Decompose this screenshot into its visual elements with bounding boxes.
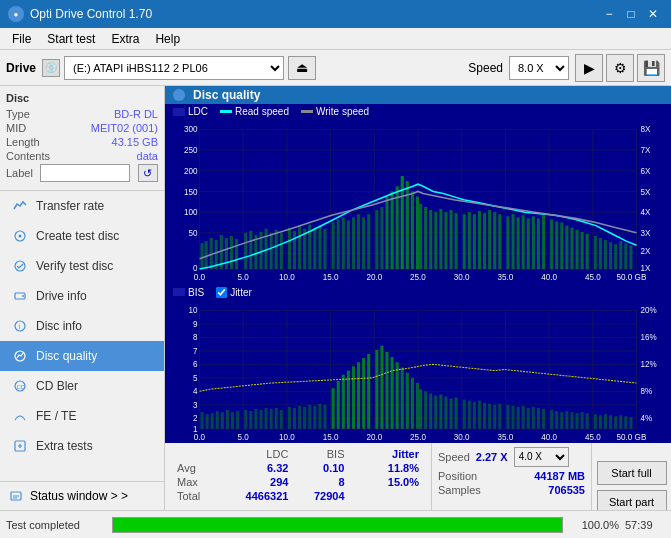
position-value: 44187 MB bbox=[534, 470, 585, 482]
status-area: Status window > > bbox=[0, 481, 164, 510]
legend-bis-label: BIS bbox=[188, 287, 204, 298]
speed-combo[interactable]: 8.0 X bbox=[509, 56, 569, 80]
speed-current-value: 2.27 X bbox=[476, 451, 508, 463]
close-button[interactable]: ✕ bbox=[643, 4, 663, 24]
top-chart-legend: LDC Read speed Write speed bbox=[165, 104, 671, 119]
svg-text:8X: 8X bbox=[641, 125, 651, 134]
svg-rect-63 bbox=[230, 236, 233, 269]
status-window-button[interactable]: Status window > > bbox=[0, 482, 164, 510]
svg-text:1X: 1X bbox=[641, 264, 651, 273]
stats-col-ldc: LDC bbox=[218, 447, 292, 461]
stats-max-empty bbox=[349, 475, 366, 489]
legend-write-speed: Write speed bbox=[301, 106, 369, 117]
stats-table-area: LDC BIS Jitter Avg 6.32 0.10 11.8% bbox=[165, 443, 431, 510]
stats-row: LDC BIS Jitter Avg 6.32 0.10 11.8% bbox=[165, 443, 671, 510]
svg-rect-254 bbox=[570, 412, 573, 429]
sidebar-item-drive-info[interactable]: Drive info bbox=[0, 281, 164, 311]
svg-text:20.0: 20.0 bbox=[366, 273, 382, 282]
sidebar-item-create-test-disc[interactable]: Create test disc bbox=[0, 221, 164, 251]
svg-rect-111 bbox=[488, 210, 491, 269]
svg-rect-200 bbox=[280, 410, 283, 429]
action-btn-1[interactable]: ▶ bbox=[575, 54, 603, 82]
svg-rect-65 bbox=[244, 233, 247, 269]
disc-section-title: Disc bbox=[6, 92, 158, 104]
svg-rect-106 bbox=[463, 214, 466, 269]
svg-text:40.0: 40.0 bbox=[541, 273, 557, 282]
sidebar-item-transfer-rate[interactable]: Transfer rate bbox=[0, 191, 164, 221]
sidebar-item-fe-te[interactable]: FE / TE bbox=[0, 401, 164, 431]
svg-rect-261 bbox=[609, 415, 612, 428]
svg-rect-199 bbox=[275, 408, 278, 429]
svg-text:10: 10 bbox=[188, 306, 197, 315]
svg-rect-136 bbox=[624, 243, 627, 269]
stats-col-jitter-val: Jitter bbox=[366, 447, 423, 461]
svg-rect-265 bbox=[629, 417, 632, 428]
bottom-chart-container: 10 9 8 7 6 5 4 3 2 1 20% 16% 12% 8% 4% 0… bbox=[165, 300, 671, 443]
svg-rect-99 bbox=[424, 207, 427, 269]
svg-rect-113 bbox=[498, 214, 501, 269]
sidebar-item-disc-quality[interactable]: Disc quality bbox=[0, 341, 164, 371]
svg-rect-203 bbox=[298, 405, 301, 428]
disc-label-input[interactable] bbox=[40, 164, 130, 182]
svg-text:8%: 8% bbox=[641, 387, 653, 396]
start-part-button[interactable]: Start part bbox=[597, 490, 667, 510]
svg-rect-263 bbox=[619, 415, 622, 428]
menu-item-file[interactable]: File bbox=[4, 30, 39, 48]
svg-rect-204 bbox=[303, 407, 306, 429]
svg-text:250: 250 bbox=[184, 146, 198, 155]
stats-avg-jitter: 11.8% bbox=[366, 461, 423, 475]
menu-item-help[interactable]: Help bbox=[147, 30, 188, 48]
svg-text:10.0: 10.0 bbox=[279, 433, 295, 442]
action-btn-3[interactable]: 💾 bbox=[637, 54, 665, 82]
disc-contents-row: Contents data bbox=[6, 150, 158, 162]
jitter-checkbox[interactable] bbox=[216, 287, 227, 298]
svg-text:25.0: 25.0 bbox=[410, 273, 426, 282]
disc-quality-title: Disc quality bbox=[193, 88, 260, 102]
legend-read-speed-color bbox=[220, 110, 232, 113]
maximize-button[interactable]: □ bbox=[621, 4, 641, 24]
speed-label: Speed bbox=[468, 61, 503, 75]
svg-rect-187 bbox=[211, 413, 214, 429]
menu-item-start-test[interactable]: Start test bbox=[39, 30, 103, 48]
sidebar-item-cd-bler[interactable]: CD CD Bler bbox=[0, 371, 164, 401]
action-btn-2[interactable]: ⚙ bbox=[606, 54, 634, 82]
svg-rect-85 bbox=[352, 217, 355, 269]
svg-rect-251 bbox=[555, 411, 558, 429]
svg-rect-196 bbox=[259, 410, 262, 429]
drive-bar: Drive 💿 (E:) ATAPI iHBS112 2 PL06 ⏏ Spee… bbox=[0, 50, 671, 86]
start-full-button[interactable]: Start full bbox=[597, 461, 667, 485]
title-bar: ● Opti Drive Control 1.70 − □ ✕ bbox=[0, 0, 671, 28]
svg-rect-58 bbox=[205, 241, 208, 269]
speed-selector[interactable]: 4.0 X bbox=[514, 447, 569, 467]
svg-text:25.0: 25.0 bbox=[410, 433, 426, 442]
drive-combo[interactable]: (E:) ATAPI iHBS112 2 PL06 bbox=[64, 56, 284, 80]
svg-rect-66 bbox=[249, 231, 252, 269]
stats-max-ldc: 294 bbox=[218, 475, 292, 489]
sidebar-item-verify-test-disc[interactable]: Verify test disc bbox=[0, 251, 164, 281]
svg-rect-132 bbox=[604, 240, 607, 269]
stats-col-jitter bbox=[349, 447, 366, 461]
minimize-button[interactable]: − bbox=[599, 4, 619, 24]
svg-rect-208 bbox=[323, 404, 326, 428]
progress-bar-fill bbox=[113, 518, 562, 532]
fe-te-label: FE / TE bbox=[36, 409, 76, 423]
samples-row: Samples 706535 bbox=[438, 484, 585, 496]
menu-item-extra[interactable]: Extra bbox=[103, 30, 147, 48]
svg-text:8: 8 bbox=[193, 333, 198, 342]
sidebar-item-extra-tests[interactable]: Extra tests bbox=[0, 431, 164, 461]
eject-button[interactable]: ⏏ bbox=[288, 56, 316, 80]
svg-rect-244 bbox=[517, 407, 520, 429]
svg-rect-123 bbox=[555, 221, 558, 269]
svg-text:50.0 GB: 50.0 GB bbox=[617, 433, 647, 442]
svg-rect-220 bbox=[391, 357, 394, 429]
stats-avg-empty bbox=[349, 461, 366, 475]
svg-rect-217 bbox=[375, 349, 378, 428]
svg-text:4: 4 bbox=[193, 387, 198, 396]
label-refresh-button[interactable]: ↺ bbox=[138, 164, 158, 182]
svg-rect-87 bbox=[362, 217, 365, 269]
svg-rect-257 bbox=[586, 413, 589, 429]
svg-text:16%: 16% bbox=[641, 333, 657, 342]
sidebar-item-disc-info[interactable]: i Disc info bbox=[0, 311, 164, 341]
svg-rect-72 bbox=[280, 233, 283, 269]
svg-rect-239 bbox=[488, 403, 491, 428]
